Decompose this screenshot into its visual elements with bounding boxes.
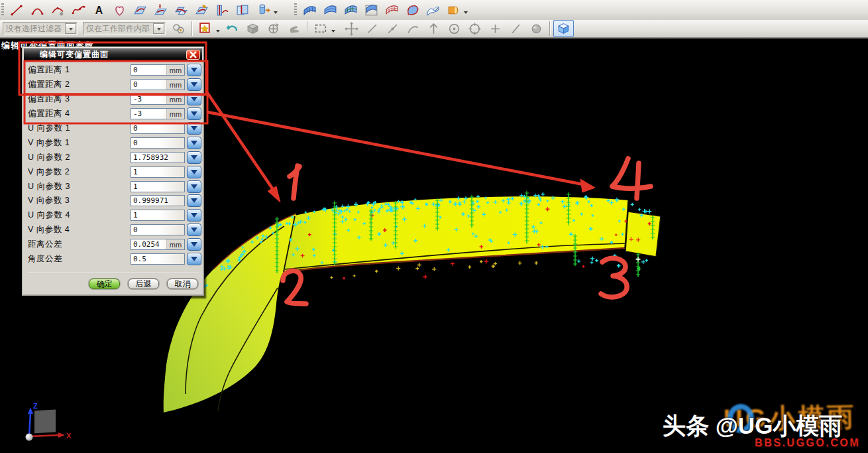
dialog-rows: 偏置距离 10mm偏置距离 20mm偏置距离 3-3mm偏置距离 4-3mmU … <box>25 63 201 266</box>
dialog-row: 偏置距离 10mm <box>25 63 201 78</box>
field-dropdown-button[interactable] <box>187 64 201 76</box>
field-value: 1.758932 <box>131 153 168 162</box>
field-label: V 向参数 1 <box>28 137 70 149</box>
field-value: 0 <box>131 139 138 147</box>
field-label: U 向参数 3 <box>28 181 70 192</box>
field-dropdown-button[interactable] <box>187 137 201 149</box>
field-input[interactable]: 0.5 <box>131 253 185 265</box>
wcs-triad: Z X <box>26 402 72 441</box>
field-label: U 向参数 1 <box>28 123 70 134</box>
field-value: 0.5 <box>131 255 146 263</box>
field-label: 角度公差 <box>28 253 62 265</box>
field-input[interactable]: 1.758932 <box>131 152 185 163</box>
field-label: V 向参数 4 <box>28 224 70 235</box>
field-value: 0.999971 <box>131 196 168 205</box>
field-dropdown-button[interactable] <box>187 194 201 207</box>
field-input[interactable]: 0.999971 <box>131 195 185 206</box>
field-dropdown-button[interactable] <box>187 166 201 178</box>
field-input[interactable]: 1 <box>131 210 185 221</box>
edit-variable-offset-dialog: 编辑可变偏置曲面 偏置距离 10mm偏置距离 20mm偏置距离 3-3mm偏置距… <box>22 46 204 296</box>
field-label: 偏置距离 1 <box>28 64 70 76</box>
chevron-down-icon <box>191 97 197 105</box>
chevron-down-icon <box>191 141 197 149</box>
field-dropdown-button[interactable] <box>187 78 201 91</box>
chevron-down-icon <box>191 170 197 178</box>
field-dropdown-button[interactable] <box>187 209 201 222</box>
field-input[interactable]: 0 <box>131 123 185 134</box>
field-value: 0 <box>131 226 138 234</box>
field-input[interactable]: 0 <box>131 224 185 235</box>
field-label: U 向参数 4 <box>28 210 70 221</box>
field-label: U 向参数 2 <box>28 152 70 163</box>
field-input[interactable]: 0mm <box>131 64 185 76</box>
dialog-row: 角度公差0.5 <box>25 252 201 267</box>
dialog-row: 距离公差0.0254mm <box>25 237 201 252</box>
field-dropdown-button[interactable] <box>187 180 201 193</box>
offset-patch-surface <box>625 212 661 257</box>
field-input[interactable]: -3mm <box>131 108 185 119</box>
field-label: 距离公差 <box>28 239 62 250</box>
dialog-row: V 向参数 10 <box>25 135 201 150</box>
field-value: 1 <box>131 168 138 176</box>
field-value: 0.0254 <box>131 240 160 249</box>
dialog-row: U 向参数 31 <box>25 179 201 194</box>
field-label: 偏置距离 4 <box>28 108 70 119</box>
field-input[interactable]: -3mm <box>131 94 185 105</box>
chevron-down-icon <box>191 126 197 134</box>
chevron-down-icon <box>191 227 197 235</box>
dialog-buttons: 确定后退取消 <box>28 273 198 289</box>
field-input[interactable]: 0 <box>131 137 185 149</box>
back-button[interactable]: 后退 <box>128 279 159 289</box>
chevron-down-icon <box>191 82 197 90</box>
field-value: 1 <box>131 182 138 191</box>
field-dropdown-button[interactable] <box>187 93 201 105</box>
dialog-row: U 向参数 41 <box>25 208 201 223</box>
chevron-down-icon <box>191 111 197 119</box>
field-unit: mm <box>166 239 184 249</box>
field-dropdown-button[interactable] <box>187 122 201 135</box>
dialog-close-button[interactable] <box>186 50 200 60</box>
field-value: -3 <box>131 95 142 103</box>
field-dropdown-button[interactable] <box>187 151 201 164</box>
chevron-down-icon <box>191 257 197 265</box>
field-value: -3 <box>131 109 142 118</box>
chevron-down-icon <box>191 68 197 76</box>
field-label: 偏置距离 2 <box>28 79 70 90</box>
field-unit: mm <box>166 109 184 119</box>
chevron-down-icon <box>191 213 197 221</box>
field-input[interactable]: 1 <box>131 166 185 178</box>
field-unit: mm <box>166 80 184 90</box>
dialog-title: 编辑可变偏置曲面 <box>40 49 109 60</box>
dialog-title-bar[interactable]: 编辑可变偏置曲面 <box>24 48 202 60</box>
field-unit: mm <box>166 94 184 104</box>
dialog-row: V 向参数 21 <box>25 164 201 179</box>
field-input[interactable]: 0.0254mm <box>131 239 185 250</box>
dialog-row: 偏置距离 20mm <box>25 78 201 92</box>
field-input[interactable]: 0mm <box>131 79 185 90</box>
dialog-row: 偏置距离 3-3mm <box>25 92 201 107</box>
dialog-row: U 向参数 21.758932 <box>25 150 201 164</box>
watermark: UG小模雨 头条 @UG小模雨 BBS.UGGO.COM <box>663 399 861 449</box>
dialog-row: V 向参数 40 <box>25 223 201 237</box>
z-axis-label: Z <box>33 402 38 410</box>
cancel-button[interactable]: 取消 <box>167 279 198 289</box>
field-dropdown-button[interactable] <box>187 107 201 120</box>
x-axis-label: X <box>66 432 72 440</box>
field-value: 0 <box>131 66 138 74</box>
field-value: 0 <box>131 80 138 89</box>
field-input[interactable]: 1 <box>131 181 185 192</box>
field-dropdown-button[interactable] <box>187 253 201 265</box>
chevron-down-icon <box>191 155 197 163</box>
field-value: 1 <box>131 211 138 220</box>
watermark-sub: BBS.UGGO.COM <box>755 437 860 449</box>
chevron-down-icon <box>191 198 197 206</box>
ok-button[interactable]: 确定 <box>89 279 120 289</box>
field-unit: mm <box>166 65 184 75</box>
field-label: V 向参数 3 <box>28 195 70 206</box>
dialog-row: 偏置距离 4-3mm <box>25 107 201 121</box>
field-dropdown-button[interactable] <box>187 224 201 236</box>
chevron-down-icon <box>191 242 197 250</box>
chevron-down-icon <box>191 184 197 192</box>
field-dropdown-button[interactable] <box>187 238 201 251</box>
dialog-row: V 向参数 30.999971 <box>25 194 201 208</box>
